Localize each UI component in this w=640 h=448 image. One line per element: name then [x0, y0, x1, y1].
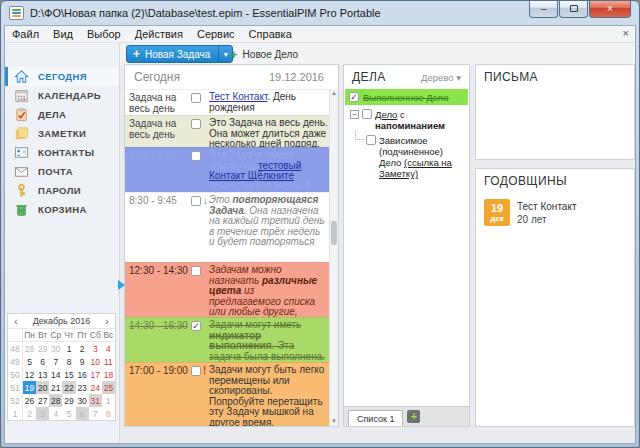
calendar-day[interactable]: 29 — [36, 342, 49, 355]
scroll-down-icon[interactable]: ▼ — [330, 417, 338, 426]
new-todo-button[interactable]: +Новое Дело — [222, 45, 306, 63]
todo-label: Зависимое (подчинённое) Дело (ссылка на … — [379, 135, 465, 179]
task-row-drag[interactable]: 17:00 - 19:00 ! Задачи могут быть легко … — [125, 362, 338, 427]
task-checkbox[interactable] — [191, 196, 201, 206]
calendar-day[interactable]: 10 — [89, 355, 102, 368]
close-button[interactable]: × — [589, 0, 631, 18]
calendar-day[interactable]: 7 — [49, 355, 62, 368]
calendar-day[interactable]: 6 — [76, 407, 89, 420]
calendar-day[interactable]: 8 — [62, 355, 75, 368]
calendar-day[interactable]: 26 — [23, 394, 36, 407]
calendar-day[interactable]: 4 — [102, 342, 115, 355]
scroll-up-icon[interactable]: ▲ — [330, 89, 338, 98]
sidebar-item-notes[interactable]: ЗАМЕТКИ — [5, 124, 119, 143]
task-row-recurring[interactable]: 8:30 - 9:45 ↓ Это повторяющаяся Задача. … — [125, 192, 338, 262]
task-checkbox[interactable] — [191, 366, 201, 376]
menu-view[interactable]: Вид — [46, 27, 80, 41]
schedule-scrollbar[interactable]: ▲ ▼ — [329, 89, 338, 426]
calendar-day[interactable]: 30 — [76, 394, 89, 407]
task-checkbox-checked[interactable]: ✓ — [191, 321, 201, 331]
calendar-day[interactable]: 9 — [76, 355, 89, 368]
calendar-day[interactable]: 28 — [23, 342, 36, 355]
sidebar-item-calendar[interactable]: КАЛЕНДАРЬ — [5, 86, 119, 105]
menu-tools[interactable]: Сервис — [190, 27, 242, 41]
todos-view-selector[interactable]: Дерево ▾ — [421, 72, 461, 83]
calendar-day[interactable]: 1 — [62, 342, 75, 355]
calendar-day[interactable]: 1 — [102, 394, 115, 407]
calendar-day[interactable]: 20 — [36, 381, 49, 394]
calendar-day[interactable]: 3 — [36, 407, 49, 420]
calendar-next-icon[interactable]: › — [99, 316, 115, 327]
calendar-day[interactable]: 5 — [23, 355, 36, 368]
calendar-day[interactable]: 28 — [49, 394, 62, 407]
calendar-day[interactable]: 16 — [76, 368, 89, 381]
sidebar-item-today[interactable]: СЕГОДНЯ — [5, 67, 119, 86]
calendar-day[interactable]: 23 — [76, 381, 89, 394]
calendar-day[interactable]: 2 — [23, 407, 36, 420]
todo-item-reminder[interactable]: − Дело с напоминанием — [344, 105, 469, 131]
calendar-day[interactable]: 11 — [102, 355, 115, 368]
today-title: Сегодня — [134, 70, 269, 84]
sidebar-item-mail[interactable]: ПОЧТА — [5, 162, 119, 181]
calendar-prev-icon[interactable]: ‹ — [8, 316, 24, 327]
task-row-birthday[interactable]: Задача на весь день Тест Контакт. День р… — [125, 89, 338, 115]
calendar-day[interactable]: 12 — [23, 368, 36, 381]
sidebar-item-contacts[interactable]: КОНТАКТЫ — [5, 143, 119, 162]
calendar-day[interactable]: 3 — [89, 342, 102, 355]
calendar-day[interactable]: 14 — [49, 368, 62, 381]
sidebar-item-todos[interactable]: ДЕЛА — [5, 105, 119, 124]
calendar-day[interactable]: 25 — [102, 381, 115, 394]
contact-link[interactable]: Тест Контакт — [209, 91, 267, 102]
task-row-colors[interactable]: 12:30 - 14:30 Задачам можно назначать ра… — [125, 262, 338, 317]
calendar-day[interactable]: 15 — [62, 368, 75, 381]
tab-list-1[interactable]: Список 1 — [348, 410, 403, 426]
todo-checkbox[interactable] — [362, 109, 372, 119]
task-checkbox[interactable] — [191, 119, 201, 129]
menu-file[interactable]: Файл — [5, 27, 46, 41]
sidebar-item-label: СЕГОДНЯ — [38, 71, 87, 82]
calendar-day[interactable]: 17 — [89, 368, 102, 381]
calendar-day[interactable]: 21 — [49, 381, 62, 394]
todo-checkbox-checked[interactable]: ✓ — [349, 92, 359, 102]
sidebar-item-passwords[interactable]: ПАРОЛИ — [5, 181, 119, 200]
calendar-day[interactable]: 19 — [23, 381, 36, 394]
add-list-button[interactable]: + — [407, 410, 420, 423]
task-checkbox[interactable] — [191, 151, 201, 161]
todo-link[interactable]: Дело — [375, 109, 397, 120]
task-checkbox[interactable] — [191, 93, 201, 103]
calendar-day[interactable]: 7 — [89, 407, 102, 420]
new-task-button[interactable]: +Новая Задача ▾ — [126, 45, 233, 63]
calendar-day[interactable]: 29 — [62, 394, 75, 407]
scrollbar-thumb[interactable] — [331, 221, 337, 245]
task-row-allday[interactable]: Задача на весь день Это Задача на весь д… — [125, 115, 338, 147]
calendar-day[interactable]: 2 — [76, 342, 89, 355]
calendar-day[interactable]: 30 — [49, 342, 62, 355]
todo-item-dependent[interactable]: Зависимое (подчинённое) Дело (ссылка на … — [344, 131, 469, 179]
menu-select[interactable]: Выбор — [80, 27, 128, 41]
calendar-day[interactable]: 4 — [49, 407, 62, 420]
menu-help[interactable]: Справка — [242, 27, 299, 41]
maximize-button[interactable] — [559, 0, 588, 18]
sidebar-item-trash[interactable]: КОРЗИНА — [5, 200, 119, 219]
calendar-day[interactable]: 6 — [36, 355, 49, 368]
todo-checkbox[interactable] — [366, 135, 376, 145]
task-row-contact-link[interactable]: 6:30 - 8:00 Эта Задача имеет ссылку на т… — [125, 147, 338, 192]
calendar-day[interactable]: 24 — [89, 381, 102, 394]
menu-actions[interactable]: Действия — [128, 27, 190, 41]
calendar-day[interactable]: 31 — [89, 394, 102, 407]
calendar-day[interactable]: 8 — [102, 407, 115, 420]
calendar-day[interactable]: 27 — [36, 394, 49, 407]
anniversaries-title: ГОДОВЩИНЫ — [484, 174, 626, 188]
menubar-close-icon[interactable]: × — [623, 27, 629, 39]
task-checkbox[interactable] — [191, 266, 201, 276]
calendar-day[interactable]: 18 — [102, 368, 115, 381]
minimize-button[interactable]: – — [529, 0, 558, 18]
calendar-day[interactable]: 22 — [62, 381, 75, 394]
maximize-icon — [570, 5, 578, 12]
calendar-day[interactable]: 5 — [62, 407, 75, 420]
todo-item-done[interactable]: ✓ Выполненное Дело — [345, 89, 468, 105]
tree-collapse-icon[interactable]: − — [350, 110, 359, 119]
calendar-day[interactable]: 13 — [36, 368, 49, 381]
anniversary-item[interactable]: 19 дек Тест Контакт 20 лет — [476, 193, 634, 232]
task-row-completed[interactable]: 14:30 - 16:30 ✓ Задачи могут иметь индик… — [125, 317, 338, 362]
